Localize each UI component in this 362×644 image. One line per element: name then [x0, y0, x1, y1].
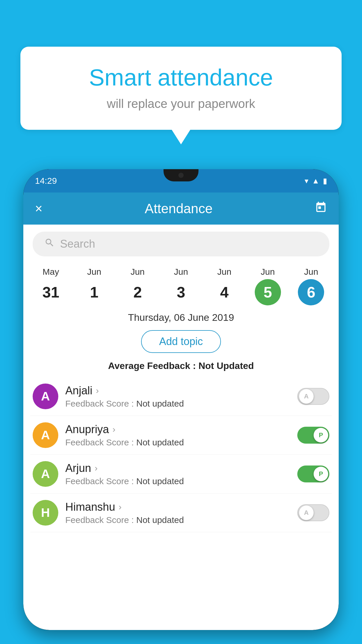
- search-icon: [44, 237, 55, 251]
- notch: [164, 169, 198, 181]
- student-name-row: Anjali›: [65, 384, 290, 397]
- bubble-subtitle: will replace your paperwork: [44, 97, 318, 111]
- cal-date-number: 2: [124, 279, 151, 305]
- cal-month-label: Jun: [304, 267, 318, 277]
- cal-date-number: 4: [211, 279, 238, 305]
- phone-frame: 14:29 ▾ ▲ ▮ × Attendance: [23, 169, 339, 630]
- attendance-toggle[interactable]: A: [297, 504, 329, 521]
- student-name-row: Himanshu›: [65, 501, 290, 513]
- chevron-right-icon: ›: [96, 386, 99, 396]
- calendar-day-1[interactable]: Jun1: [77, 267, 112, 305]
- cal-month-label: Jun: [131, 267, 145, 277]
- toggle-switch[interactable]: P: [297, 466, 329, 482]
- speech-bubble: Smart attendance will replace your paper…: [20, 47, 342, 130]
- cal-date-number: 5: [255, 279, 281, 305]
- phone-container: 14:29 ▾ ▲ ▮ × Attendance: [23, 169, 339, 644]
- status-time: 14:29: [35, 176, 57, 186]
- toggle-thumb: P: [314, 467, 328, 481]
- cal-date-number: 6: [298, 279, 324, 305]
- student-row[interactable]: AAnjali›Feedback Score : Not updatedA: [30, 377, 332, 416]
- speech-bubble-container: Smart attendance will replace your paper…: [20, 47, 342, 130]
- battery-icon: ▮: [323, 176, 327, 186]
- search-bar[interactable]: Search: [33, 232, 329, 256]
- calendar-icon[interactable]: [315, 201, 327, 216]
- search-placeholder: Search: [60, 238, 95, 250]
- feedback-score: Feedback Score : Not updated: [65, 476, 290, 486]
- avg-feedback-value: Not Updated: [198, 360, 254, 371]
- camera: [178, 173, 184, 178]
- feedback-score: Feedback Score : Not updated: [65, 438, 290, 447]
- student-avatar: H: [33, 500, 58, 526]
- bubble-title: Smart attendance: [44, 64, 318, 91]
- chevron-right-icon: ›: [95, 463, 98, 473]
- phone-screen: 14:29 ▾ ▲ ▮ × Attendance: [23, 169, 339, 630]
- selected-date-label: Thursday, 06 June 2019: [23, 305, 339, 327]
- calendar-day-6[interactable]: Jun6: [294, 267, 328, 305]
- add-topic-button[interactable]: Add topic: [23, 327, 339, 358]
- cal-month-label: Jun: [87, 267, 101, 277]
- cal-month-label: Jun: [174, 267, 188, 277]
- calendar-day-2[interactable]: Jun2: [120, 267, 155, 305]
- student-avatar: A: [33, 384, 58, 409]
- attendance-toggle[interactable]: P: [297, 427, 329, 444]
- student-info: Arjun›Feedback Score : Not updated: [65, 462, 290, 486]
- student-list: AAnjali›Feedback Score : Not updatedAAAn…: [23, 377, 339, 532]
- student-info: Anupriya›Feedback Score : Not updated: [65, 423, 290, 447]
- cal-month-label: May: [43, 267, 59, 277]
- student-info: Anjali›Feedback Score : Not updated: [65, 384, 290, 409]
- chevron-right-icon: ›: [113, 424, 115, 434]
- toggle-switch[interactable]: A: [297, 504, 329, 521]
- cal-month-label: Jun: [261, 267, 275, 277]
- feedback-score: Feedback Score : Not updated: [65, 515, 290, 525]
- calendar-day-5[interactable]: Jun5: [250, 267, 285, 305]
- avg-feedback: Average Feedback : Not Updated: [23, 358, 339, 377]
- status-bar: 14:29 ▾ ▲ ▮: [23, 169, 339, 192]
- app-title: Attendance: [145, 201, 212, 216]
- student-avatar: A: [33, 422, 58, 448]
- toggle-thumb: P: [314, 428, 328, 442]
- app-header: × Attendance: [23, 192, 339, 225]
- calendar-day-0[interactable]: May31: [33, 267, 68, 305]
- feedback-score: Feedback Score : Not updated: [65, 399, 290, 409]
- search-bar-wrap: Search: [23, 225, 339, 261]
- add-topic-label[interactable]: Add topic: [141, 330, 221, 353]
- attendance-toggle[interactable]: A: [297, 388, 329, 405]
- avg-feedback-label: Average Feedback :: [108, 360, 196, 371]
- calendar-day-4[interactable]: Jun4: [207, 267, 242, 305]
- student-avatar: A: [33, 461, 58, 487]
- toggle-thumb: A: [299, 389, 314, 404]
- toggle-switch[interactable]: A: [297, 388, 329, 405]
- signal-icon: ▲: [312, 176, 319, 186]
- toggle-thumb: A: [299, 505, 314, 520]
- student-row[interactable]: AArjun›Feedback Score : Not updatedP: [30, 455, 332, 494]
- cal-date-number: 3: [168, 279, 194, 305]
- cal-date-number: 31: [38, 279, 64, 305]
- close-button[interactable]: ×: [35, 201, 43, 216]
- cal-month-label: Jun: [217, 267, 231, 277]
- student-row[interactable]: AAnupriya›Feedback Score : Not updatedP: [30, 416, 332, 455]
- student-row[interactable]: HHimanshu›Feedback Score : Not updatedA: [30, 494, 332, 532]
- student-name-text: Arjun: [65, 462, 91, 475]
- attendance-toggle[interactable]: P: [297, 466, 329, 482]
- student-name-row: Arjun›: [65, 462, 290, 475]
- cal-date-number: 1: [81, 279, 107, 305]
- chevron-right-icon: ›: [119, 502, 122, 512]
- toggle-switch[interactable]: P: [297, 427, 329, 444]
- screen-content: Search May31Jun1Jun2Jun3Jun4Jun5Jun6 Thu…: [23, 225, 339, 630]
- student-name-text: Anupriya: [65, 423, 109, 436]
- wifi-icon: ▾: [305, 176, 308, 186]
- calendar-day-3[interactable]: Jun3: [164, 267, 198, 305]
- student-info: Himanshu›Feedback Score : Not updated: [65, 501, 290, 525]
- calendar-week: May31Jun1Jun2Jun3Jun4Jun5Jun6: [23, 261, 339, 305]
- student-name-text: Anjali: [65, 384, 92, 397]
- student-name-row: Anupriya›: [65, 423, 290, 436]
- student-name-text: Himanshu: [65, 501, 115, 513]
- status-icons: ▾ ▲ ▮: [305, 176, 327, 186]
